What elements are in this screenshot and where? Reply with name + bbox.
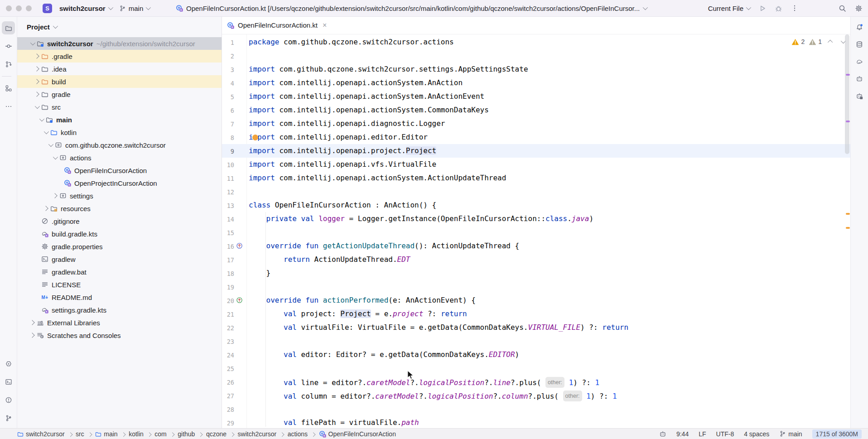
commit-icon[interactable] (2, 39, 15, 53)
project-widget[interactable]: switch2cursor (59, 5, 112, 12)
tree-row[interactable]: .idea (17, 63, 222, 75)
tree-expand-icon[interactable] (51, 194, 58, 198)
tree-row[interactable]: Kbuild.gradle.kts (17, 227, 222, 240)
run-configuration-selector[interactable]: Current File (708, 5, 750, 12)
code-line[interactable]: 10import com.intellij.openapi.vfs.Virtua… (222, 158, 851, 171)
breadcrumb-item[interactable]: qczone (206, 430, 227, 438)
tree-expand-icon[interactable] (33, 54, 40, 58)
tree-collapse-icon[interactable] (28, 42, 36, 45)
database-icon[interactable] (853, 38, 866, 51)
tree-row[interactable]: Ksettings.gradle.kts (17, 304, 222, 316)
tree-expand-icon[interactable] (28, 321, 36, 324)
project-folder-icon[interactable] (2, 21, 15, 34)
terminal-tool-icon[interactable] (2, 375, 15, 388)
code-line[interactable]: 3import com.github.qczone.switch2cursor.… (222, 63, 851, 76)
tree-row[interactable]: src (17, 101, 222, 113)
notifications-icon[interactable] (853, 20, 866, 34)
editor-scrollbar[interactable] (845, 34, 849, 154)
previous-problem-icon[interactable] (828, 40, 833, 45)
open-file-path-widget[interactable]: K OpenFileInCursorAction.kt [/Users/qczo… (176, 0, 646, 16)
settings-gear-icon[interactable] (855, 5, 863, 12)
code-line[interactable]: 2 (222, 49, 851, 63)
pull-requests-icon[interactable] (2, 58, 15, 71)
stripe-mark[interactable] (846, 74, 850, 76)
breadcrumb-item[interactable]: src (76, 430, 84, 438)
code-line[interactable]: 25 (222, 362, 851, 375)
run-tool-icon[interactable] (2, 357, 15, 370)
code-line[interactable]: 6import com.intellij.openapi.actionSyste… (222, 103, 851, 117)
tree-row[interactable]: kotlin (17, 126, 222, 139)
ai-agent-icon[interactable] (853, 89, 866, 102)
code-line[interactable]: 15 (222, 226, 851, 239)
tree-collapse-icon[interactable] (37, 118, 45, 121)
code-line[interactable]: 5import com.intellij.openapi.actionSyste… (222, 90, 851, 103)
caret-position-widget[interactable]: 9:44 (676, 430, 689, 438)
code-line[interactable]: 21 val project: Project = e.project ?: r… (222, 307, 851, 321)
code-line[interactable]: 8import com.intellij.openapi.editor.Edit… (222, 130, 851, 144)
code-line[interactable]: 29 val filePath = virtualFile.path (222, 416, 851, 428)
breadcrumb-item[interactable]: main (95, 430, 117, 438)
tree-row[interactable]: LICENSE (17, 278, 222, 291)
code-editor[interactable]: 1package com.github.qczone.switch2cursor… (222, 34, 851, 428)
tree-expand-icon[interactable] (33, 80, 40, 83)
indent-widget[interactable]: 4 spaces (744, 430, 769, 438)
code-line[interactable]: 7import com.intellij.openapi.diagnostic.… (222, 117, 851, 130)
code-line[interactable]: 16 override fun getActionUpdateThread():… (222, 239, 851, 253)
stripe-mark[interactable] (846, 227, 850, 229)
code-line[interactable]: 19 (222, 280, 851, 294)
code-line[interactable]: 9import com.intellij.openapi.project.Pro… (222, 144, 851, 158)
vcs-branch-widget[interactable]: main (119, 5, 150, 12)
close-window-button[interactable] (6, 5, 12, 11)
breadcrumb-item[interactable]: actions (288, 430, 308, 438)
code-line[interactable]: 11import com.intellij.openapi.actionSyst… (222, 171, 851, 185)
tree-row[interactable]: gradlew.bat (17, 265, 222, 278)
line-separator-widget[interactable]: LF (699, 430, 706, 438)
code-line[interactable]: 14 private val logger = Logger.getInstan… (222, 212, 851, 226)
code-line[interactable]: 1package com.github.qczone.switch2cursor… (222, 35, 851, 49)
encoding-widget[interactable]: UTF-8 (716, 430, 734, 438)
tree-row[interactable]: com.github.qczone.switch2cursor (17, 139, 222, 151)
run-icon[interactable] (758, 5, 766, 12)
code-line[interactable]: 27 val column = editor?.caretModel?.logi… (222, 389, 851, 402)
memory-indicator[interactable]: 1715 of 3600M (812, 429, 862, 439)
ai-assistant-icon[interactable] (853, 72, 866, 85)
tree-row[interactable]: .gitignore (17, 215, 222, 227)
tree-row[interactable]: gradle.properties (17, 240, 222, 253)
override-up-green-icon[interactable] (236, 297, 243, 304)
breadcrumb-item[interactable]: switch2cursor (17, 430, 65, 438)
code-line[interactable]: 26 val line = editor?.caretModel?.logica… (222, 375, 851, 389)
maximize-window-button[interactable] (26, 5, 32, 11)
branch-status-widget[interactable]: main (779, 430, 802, 438)
breadcrumb-item[interactable]: kotlin (129, 430, 144, 438)
structure-icon[interactable] (2, 82, 15, 95)
breadcrumb-item[interactable]: KOpenFileInCursorAction (319, 430, 396, 438)
code-line[interactable]: 17 return ActionUpdateThread.EDT (222, 253, 851, 266)
more-tool-windows-icon[interactable] (2, 100, 15, 113)
intention-bulb-indicator[interactable] (252, 135, 258, 140)
tree-row[interactable]: External Libraries (17, 316, 222, 329)
editor-tab[interactable]: K OpenFileInCursorAction.kt × (222, 16, 332, 34)
code-line[interactable]: 28 (222, 402, 851, 416)
tree-expand-icon[interactable] (28, 333, 36, 337)
tree-expand-icon[interactable] (33, 92, 40, 96)
breadcrumb-item[interactable]: switch2cursor (238, 430, 277, 438)
tree-collapse-icon[interactable] (33, 105, 40, 109)
close-icon[interactable]: × (323, 22, 327, 29)
tree-row[interactable]: gradlew (17, 253, 222, 265)
version-control-tool-icon[interactable] (2, 411, 15, 425)
kebab-menu-icon[interactable] (791, 5, 798, 12)
tree-row[interactable]: resources (17, 202, 222, 215)
ai-assistant-status-icon[interactable] (659, 430, 666, 438)
code-line[interactable]: 13class OpenFileInCursorAction : AnActio… (222, 198, 851, 212)
stripe-mark[interactable] (846, 121, 850, 122)
tree-expand-icon[interactable] (33, 67, 40, 71)
problems-tool-icon[interactable] (2, 393, 15, 406)
warnings-indicator[interactable]: 2 (791, 38, 805, 45)
search-icon[interactable] (839, 5, 846, 12)
override-up-blue-icon[interactable] (236, 242, 243, 249)
code-line[interactable]: 20 override fun actionPerformed(e: AnAct… (222, 294, 851, 307)
tree-collapse-icon[interactable] (46, 143, 54, 147)
code-line[interactable]: 24 val editor: Editor? = e.getData(Commo… (222, 348, 851, 362)
gradle-icon[interactable] (853, 55, 866, 68)
tree-collapse-icon[interactable] (51, 156, 58, 159)
